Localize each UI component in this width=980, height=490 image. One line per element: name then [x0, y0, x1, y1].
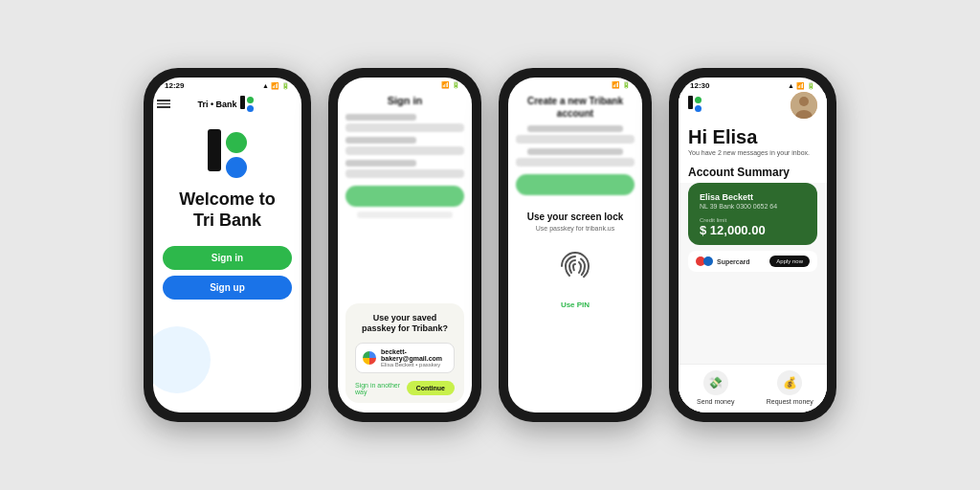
continue-button[interactable]: Continue [407, 381, 455, 395]
p3-content: Create a new Tribankaccount Use your scr… [508, 91, 642, 412]
phone-passkey: 📶 🔋 Sign in Use your saved pas [328, 68, 481, 422]
send-money-icon: 💸 [703, 370, 728, 395]
signin-button[interactable]: Sign in [163, 246, 292, 270]
time-4: 12:30 [690, 81, 709, 90]
apply-now-button[interactable]: Apply now [769, 256, 810, 267]
send-money-label: Send money [697, 398, 734, 405]
passkey-card: Use your saved passkey for Tribank? beck… [345, 303, 464, 403]
passkey-actions: Sign in another way Continue [355, 381, 455, 395]
create-title: Create a new Tribankaccount [516, 95, 635, 120]
welcome-text: Welcome to Tri Bank [179, 189, 276, 231]
p1-logo: Tri • Bank [197, 96, 253, 112]
p4-logo [688, 92, 702, 114]
decorative-circle [153, 326, 211, 393]
p4-top-row [679, 92, 827, 119]
status-icons-2: 📶 🔋 [441, 81, 460, 89]
passkey-name: Elisa Beckett • passkey [381, 362, 447, 368]
p4-content: Hi Elisa You have 2 new messages in your… [679, 92, 827, 412]
account-summary-title: Account Summary [679, 160, 827, 183]
phone-account: 12:30 ▲ 📶 🔋 [669, 68, 836, 422]
p1-hero: Welcome to Tri Bank [179, 129, 276, 231]
screenlock-section: Use your screen lock Use passkey for tri… [527, 212, 624, 403]
avatar [791, 92, 817, 119]
svg-point-1 [799, 97, 809, 106]
p3-top-blurred: Create a new Tribankaccount [516, 91, 635, 200]
scene: 12:29 ▲ 📶 🔋 Tri • Bank [0, 0, 980, 490]
screenlock-title: Use your screen lock [527, 212, 624, 222]
logo-icon-1 [240, 96, 254, 112]
screenlock-sub: Use passkey for tribank.us [536, 225, 614, 232]
phone-screenlock: 📶 🔋 Create a new Tribankaccount Use your… [499, 68, 652, 422]
p1-content: Welcome to Tri Bank Sign in Sign up [153, 120, 301, 412]
passkey-email: beckett-bakery@gmail.com [381, 348, 447, 362]
supercard-icon-blue [703, 256, 713, 266]
supercard-row: Supercard Apply now [688, 251, 817, 272]
request-money-icon: 💰 [777, 370, 802, 395]
credit-limit-label: Credit limit [700, 217, 806, 223]
time-1: 12:29 [165, 81, 184, 90]
p2-content: Sign in Use your saved passkey for Triba… [338, 91, 472, 412]
menu-icon[interactable] [157, 100, 170, 108]
status-icons-1: ▲ 📶 🔋 [262, 82, 290, 90]
greeting-sub: You have 2 new messages in your inbox. [688, 149, 817, 156]
use-pin-link[interactable]: Use PIN [561, 301, 590, 309]
fingerprint-icon [554, 245, 596, 287]
request-money-label: Request money [767, 398, 813, 405]
p4-greeting-block: Hi Elisa You have 2 new messages in your… [679, 119, 827, 160]
greeting-text: Hi Elisa [688, 126, 817, 148]
send-money-action[interactable]: 💸 Send money [679, 370, 753, 405]
signin-title: Sign in [345, 95, 464, 106]
status-bar-3: 📶 🔋 [508, 78, 642, 91]
status-bar-2: 📶 🔋 [338, 78, 472, 91]
passkey-title: Use your saved passkey for Tribank? [355, 313, 455, 335]
sign-in-another-way[interactable]: Sign in another way [355, 382, 407, 395]
google-icon [363, 351, 376, 365]
passkey-account-row[interactable]: beckett-bakery@gmail.com Elisa Beckett •… [355, 343, 455, 373]
status-icons-4: ▲ 📶 🔋 [788, 82, 815, 90]
supercard-label: Supercard [717, 258, 750, 265]
p1-header: Tri • Bank [153, 92, 301, 120]
logo-text-1: Tri • Bank [197, 100, 236, 109]
status-icons-3: 📶 🔋 [612, 81, 631, 89]
phone-welcome: 12:29 ▲ 📶 🔋 Tri • Bank [144, 68, 311, 422]
signup-button[interactable]: Sign up [163, 276, 292, 300]
status-bar-1: 12:29 ▲ 📶 🔋 [153, 78, 301, 92]
supercard-logo: Supercard [696, 256, 750, 266]
card-number: NL 39 Bank 0300 0652 64 [700, 203, 806, 210]
request-money-action[interactable]: 💰 Request money [753, 370, 828, 405]
account-card: Elisa Beckett NL 39 Bank 0300 0652 64 Cr… [688, 183, 817, 245]
credit-limit-value: $ 12,000.00 [700, 223, 806, 237]
bottom-bar: 💸 Send money 💰 Request money [679, 364, 827, 412]
big-logo [208, 129, 247, 178]
card-holder-name: Elisa Beckett [700, 192, 806, 202]
status-bar-4: 12:30 ▲ 📶 🔋 [679, 78, 827, 92]
